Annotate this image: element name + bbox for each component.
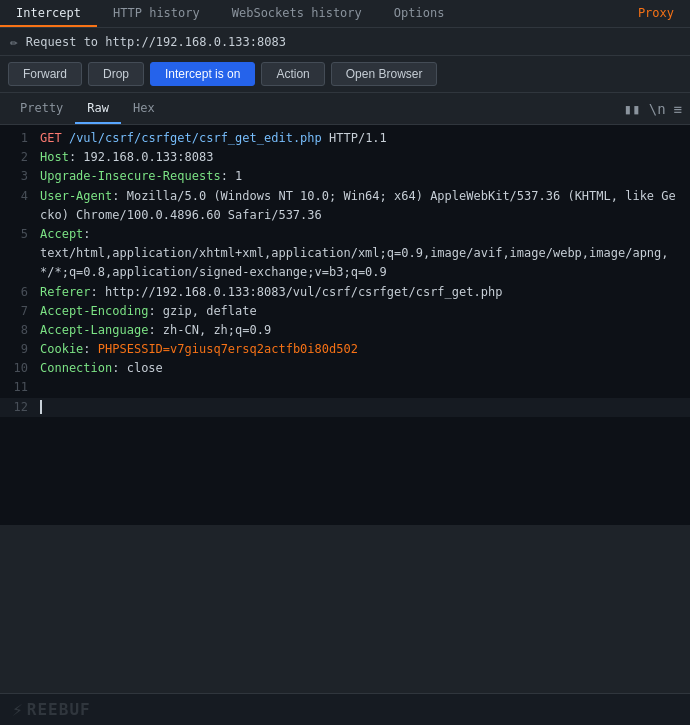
tab-proxy[interactable]: Proxy [622, 0, 690, 27]
request-url-bar: ✏ Request to http://192.168.0.133:8083 [0, 28, 690, 56]
edit-icon: ✏ [10, 34, 18, 49]
open-browser-button[interactable]: Open Browser [331, 62, 438, 86]
table-row: 8 Accept-Language: zh-CN, zh;q=0.9 [0, 321, 690, 340]
table-row: 1 GET /vul/csrf/csrfget/csrf_get_edit.ph… [0, 129, 690, 148]
tab-http-history[interactable]: HTTP history [97, 0, 216, 27]
table-row: 12 [0, 398, 690, 417]
request-url-label: Request to http://192.168.0.133:8083 [26, 35, 286, 49]
action-buttons-bar: Forward Drop Intercept is on Action Open… [0, 56, 690, 93]
tab-hex[interactable]: Hex [121, 93, 167, 124]
action-button[interactable]: Action [261, 62, 324, 86]
intercept-on-button[interactable]: Intercept is on [150, 62, 255, 86]
tab-websockets-history[interactable]: WebSockets history [216, 0, 378, 27]
newline-icon[interactable]: \n [649, 101, 666, 117]
drop-button[interactable]: Drop [88, 62, 144, 86]
tab-intercept[interactable]: Intercept [0, 0, 97, 27]
table-row: 4 User-Agent: Mozilla/5.0 (Windows NT 10… [0, 187, 690, 225]
table-row: 6 Referer: http://192.168.0.133:8083/vul… [0, 283, 690, 302]
request-content-area[interactable]: 1 GET /vul/csrf/csrfget/csrf_get_edit.ph… [0, 125, 690, 525]
sub-tabs-bar: Pretty Raw Hex ▮▮ \n ≡ [0, 93, 690, 125]
menu-icon[interactable]: ≡ [674, 101, 682, 117]
brand-icon: ⚡ [12, 699, 23, 720]
wrap-icon[interactable]: ▮▮ [624, 101, 641, 117]
table-row: 11 [0, 378, 690, 397]
table-row: 10 Connection: close [0, 359, 690, 378]
tab-pretty[interactable]: Pretty [8, 93, 75, 124]
sub-tab-icon-group: ▮▮ \n ≡ [624, 101, 682, 117]
table-row: 3 Upgrade-Insecure-Requests: 1 [0, 167, 690, 186]
top-navigation: Intercept HTTP history WebSockets histor… [0, 0, 690, 28]
forward-button[interactable]: Forward [8, 62, 82, 86]
table-row: 5 Accept:text/html,application/xhtml+xml… [0, 225, 690, 283]
table-row: 9 Cookie: PHPSESSID=v7giusq7ersq2actfb0i… [0, 340, 690, 359]
tab-raw[interactable]: Raw [75, 93, 121, 124]
bottom-branding-bar: ⚡ REEBUF [0, 693, 690, 725]
tab-options[interactable]: Options [378, 0, 461, 27]
table-row: 7 Accept-Encoding: gzip, deflate [0, 302, 690, 321]
table-row: 2 Host: 192.168.0.133:8083 [0, 148, 690, 167]
brand-label: REEBUF [27, 700, 91, 719]
